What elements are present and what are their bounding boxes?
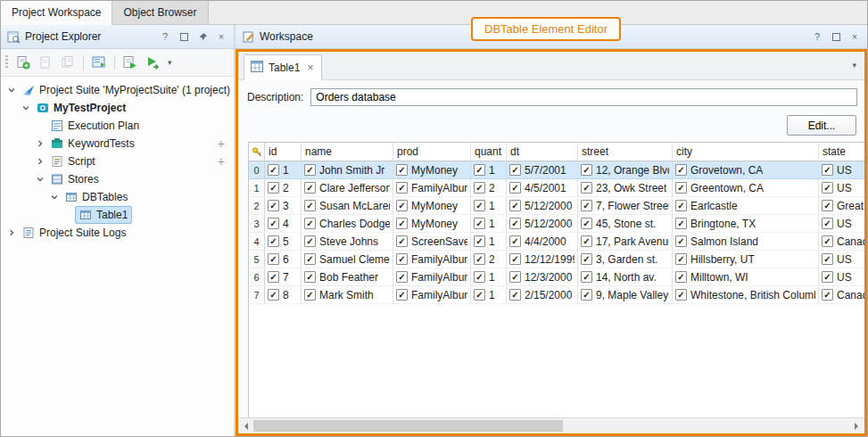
cell-checkbox[interactable]: ✓ [268,218,279,229]
cell-id[interactable]: ✓8 [265,286,302,304]
cell-checkbox[interactable]: ✓ [581,200,592,211]
cell-name[interactable]: ✓John Smith Jr [302,161,393,179]
column-header-state[interactable]: state [819,143,864,161]
cell-quant[interactable]: ✓1 [471,215,507,233]
cell-checkbox[interactable]: ✓ [509,164,521,176]
tree-item-dbtables[interactable]: DBTables [1,188,234,206]
cell-checkbox[interactable]: ✓ [581,218,592,229]
cell-checkbox[interactable]: ✓ [268,253,279,265]
cell-checkbox[interactable]: ✓ [509,253,521,265]
cell-checkbox[interactable]: ✓ [396,164,408,176]
cell-dt[interactable]: ✓5/7/2001 [507,161,578,179]
cell-checkbox[interactable]: ✓ [509,289,521,301]
cell-checkbox[interactable]: ✓ [304,235,316,247]
tree-item-execution-plan[interactable]: Execution Plan [1,117,234,135]
cell-checkbox[interactable]: ✓ [268,164,279,176]
new-file-button[interactable] [36,53,55,72]
cell-checkbox[interactable]: ✓ [304,289,316,301]
cell-quant[interactable]: ✓1 [471,161,507,179]
cell-checkbox[interactable]: ✓ [474,164,485,176]
cell-checkbox[interactable]: ✓ [396,218,408,229]
cell-state[interactable]: ✓Canada [819,233,864,251]
scrollbar-thumb[interactable] [253,420,563,432]
tab-close-icon[interactable]: × [307,62,313,73]
cell-id[interactable]: ✓1 [265,161,302,179]
cell-city[interactable]: ✓Salmon Island [673,233,819,251]
cell-checkbox[interactable]: ✓ [474,253,485,265]
cell-prod[interactable]: ✓FamilyAlbum [393,286,471,304]
cell-checkbox[interactable]: ✓ [268,289,279,301]
scroll-right-arrow-icon[interactable] [849,418,864,433]
cell-dt[interactable]: ✓4/4/2000 [507,233,578,251]
copy-item-button[interactable] [58,53,78,72]
cell-checkbox[interactable]: ✓ [304,164,316,176]
cell-checkbox[interactable]: ✓ [509,235,521,247]
cell-checkbox[interactable]: ✓ [675,200,687,211]
cell-checkbox[interactable]: ✓ [509,182,521,194]
cell-checkbox[interactable]: ✓ [675,164,687,176]
cell-dt[interactable]: ✓5/12/2000 [507,197,578,215]
cell-dt[interactable]: ✓5/12/2000 [507,215,578,233]
cell-checkbox[interactable]: ✓ [304,253,316,265]
cell-checkbox[interactable]: ✓ [304,200,316,211]
cell-checkbox[interactable]: ✓ [396,182,408,194]
cell-state[interactable]: ✓US [819,179,864,197]
cell-state[interactable]: ✓US [819,268,864,286]
cell-name[interactable]: ✓Charles Dodgeson [302,215,393,233]
cell-quant[interactable]: ✓2 [471,251,507,268]
cell-checkbox[interactable]: ✓ [675,271,687,283]
cell-name[interactable]: ✓Susan McLaren [302,197,393,215]
description-input[interactable] [310,88,857,106]
table-row[interactable]: 0✓1✓John Smith Jr✓MyMoney✓1✓5/7/2001✓12,… [249,161,864,179]
cell-checkbox[interactable]: ✓ [822,289,833,301]
cell-name[interactable]: ✓Samuel Clemens [302,251,393,268]
cell-street[interactable]: ✓45, Stone st. [578,215,673,233]
cell-city[interactable]: ✓Hillsberry, UT [673,251,819,268]
cell-checkbox[interactable]: ✓ [304,218,316,229]
cell-city[interactable]: ✓Grovetown, CA [673,161,819,179]
cell-id[interactable]: ✓2 [265,179,302,197]
column-header-id[interactable]: id [265,143,302,161]
tab-object-browser[interactable]: Object Browser [112,1,208,24]
column-header-city[interactable]: city [673,143,819,161]
column-header-dt[interactable]: dt [507,143,578,161]
cell-checkbox[interactable]: ✓ [474,218,485,229]
cell-checkbox[interactable]: ✓ [509,271,521,283]
cell-checkbox[interactable]: ✓ [822,253,833,265]
cell-checkbox[interactable]: ✓ [675,182,687,194]
float-window-icon[interactable] [829,29,843,44]
cell-checkbox[interactable]: ✓ [675,218,687,229]
cell-prod[interactable]: ✓MyMoney [393,215,471,233]
run-project-button[interactable] [143,53,162,72]
tab-project-workspace[interactable]: Project Workspace [1,1,112,25]
cell-checkbox[interactable]: ✓ [268,235,279,247]
tree-item-stores[interactable]: Stores [1,170,234,188]
cell-city[interactable]: ✓Whitestone, British Columbia [673,286,819,304]
tree-item-project-suite-myprojectsuite-1-project[interactable]: Project Suite 'MyProjectSuite' (1 projec… [1,81,234,99]
cell-checkbox[interactable]: ✓ [581,271,592,283]
cell-dt[interactable]: ✓12/12/1999 [507,251,578,268]
cell-checkbox[interactable]: ✓ [581,164,592,176]
cell-state[interactable]: ✓US [819,215,864,233]
cell-checkbox[interactable]: ✓ [822,182,833,194]
cell-checkbox[interactable]: ✓ [675,289,687,301]
scrollbar-track[interactable] [253,418,849,433]
cell-street[interactable]: ✓7, Flower Street [578,197,673,215]
expand-arrow-icon[interactable] [33,139,46,148]
cell-state[interactable]: ✓Great Britain [819,197,864,215]
cell-quant[interactable]: ✓1 [471,268,507,286]
scroll-left-arrow-icon[interactable] [238,418,253,433]
column-header-prod[interactable]: prod [393,143,471,161]
cell-prod[interactable]: ✓FamilyAlbum [393,179,471,197]
cell-dt[interactable]: ✓2/15/2000 [507,286,578,304]
column-header-quant[interactable]: quant [471,143,507,161]
cell-prod[interactable]: ✓ScreenSaver [393,233,471,251]
cell-checkbox[interactable]: ✓ [581,235,592,247]
cell-prod[interactable]: ✓MyMoney [393,161,471,179]
table-row[interactable]: 1✓2✓Clare Jefferson✓FamilyAlbum✓2✓4/5/20… [249,179,864,197]
cell-street[interactable]: ✓3, Garden st. [578,251,673,268]
cell-id[interactable]: ✓7 [265,268,302,286]
horizontal-scrollbar[interactable] [238,417,864,433]
table-row[interactable]: 6✓7✓Bob Feather✓FamilyAlbum✓1✓12/3/2000✓… [249,268,864,286]
execution-plan-button[interactable] [89,53,109,72]
